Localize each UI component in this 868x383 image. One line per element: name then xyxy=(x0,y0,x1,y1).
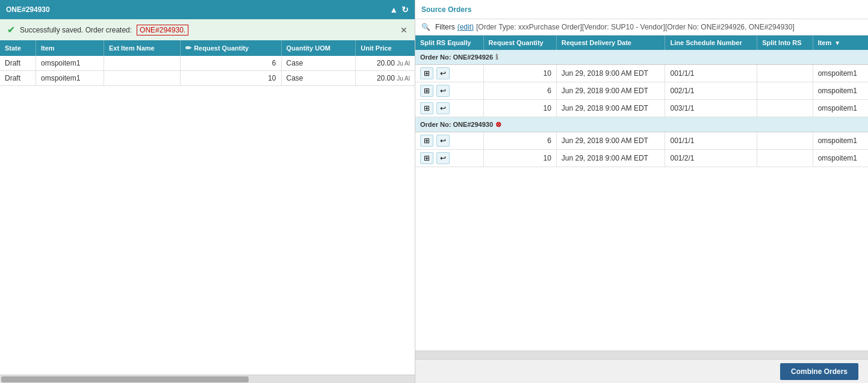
col-split-rs-equally: Split RS Equally xyxy=(415,35,483,50)
cell-split-into-rs xyxy=(757,150,813,167)
order-group-header-row: Order No: ONE#294930⊗ xyxy=(415,117,868,132)
col-unit-price: Unit Price xyxy=(356,40,415,56)
cell-ext-item-name xyxy=(104,71,180,86)
col-request-quantity: ✏Request Quantity xyxy=(181,40,281,56)
left-table-wrapper: State Item Ext Item Name ✏Request Quanti… xyxy=(0,40,415,375)
right-panel-title: Source Orders xyxy=(421,5,471,14)
success-banner: ✔ Successfully saved. Order created: ONE… xyxy=(0,19,415,40)
col-state: State xyxy=(0,40,36,56)
left-scrollbar-thumb[interactable] xyxy=(1,376,249,382)
filters-text: [Order Type: xxxPurchase Order][Vendor: … xyxy=(476,23,795,31)
col-ext-item-name: Ext Item Name xyxy=(104,40,180,56)
cell-line-schedule: 003/1/1 xyxy=(665,100,757,117)
right-panel-header: Source Orders xyxy=(415,0,868,19)
undo-btn[interactable]: ↩ xyxy=(436,152,450,164)
left-scrollbar[interactable] xyxy=(0,375,415,383)
right-table-row: ⊞ ↩ 6 Jun 29, 2018 9:00 AM EDT 002/1/1 o… xyxy=(415,82,868,100)
cell-split-rs: ⊞ ↩ xyxy=(415,82,483,100)
cell-split-into-rs xyxy=(757,82,813,100)
split-rs-icon-btn[interactable]: ⊞ xyxy=(420,135,433,147)
right-panel: Source Orders 🔍 Filters (edit) [Order Ty… xyxy=(415,0,868,383)
cell-request-qty: 10 xyxy=(483,100,556,117)
cell-line-schedule: 002/1/1 xyxy=(665,82,757,100)
left-table-row: Draft omspoitem1 6 Case 20.00 Ju Al xyxy=(0,56,415,71)
right-scrollbar[interactable] xyxy=(415,351,868,359)
bottom-bar: Combine Orders xyxy=(415,359,868,383)
cell-split-rs: ⊞ ↩ xyxy=(415,132,483,150)
split-rs-icon-btn[interactable]: ⊞ xyxy=(420,85,433,97)
cell-line-schedule: 001/1/1 xyxy=(665,65,757,82)
cell-split-rs: ⊞ ↩ xyxy=(415,65,483,82)
undo-btn[interactable]: ↩ xyxy=(436,67,450,79)
cell-request-qty: 6 xyxy=(181,56,281,71)
left-table-header-row: State Item Ext Item Name ✏Request Quanti… xyxy=(0,40,415,56)
cell-item: omspoitem1 xyxy=(813,150,868,167)
cell-item: omspoitem1 xyxy=(813,100,868,117)
cell-delivery-date: Jun 29, 2018 9:00 AM EDT xyxy=(556,132,665,150)
right-table: Split RS Equally Request Quantity Reques… xyxy=(415,35,868,167)
undo-btn[interactable]: ↩ xyxy=(436,102,450,114)
left-header-icons: ▲ ↻ xyxy=(389,5,409,14)
cell-state: Draft xyxy=(0,56,36,71)
col-split-into-rs: Split Into RS xyxy=(757,35,813,50)
cell-request-qty: 10 xyxy=(483,150,556,167)
cell-ext-item-name xyxy=(104,56,180,71)
sort-icon[interactable]: ▼ xyxy=(834,40,840,46)
cell-request-qty: 10 xyxy=(181,71,281,86)
cell-item: omspoitem1 xyxy=(36,56,104,71)
search-icon: 🔍 xyxy=(421,23,430,31)
cell-item: omspoitem1 xyxy=(813,82,868,100)
cell-unit-price: 20.00 Ju Al xyxy=(356,56,415,71)
col-item: Item ▼ xyxy=(813,35,868,50)
split-rs-icon-btn[interactable]: ⊞ xyxy=(420,102,433,114)
right-table-header-row: Split RS Equally Request Quantity Reques… xyxy=(415,35,868,50)
right-table-row: ⊞ ↩ 10 Jun 29, 2018 9:00 AM EDT 003/1/1 … xyxy=(415,100,868,117)
cell-item: omspoitem1 xyxy=(36,71,104,86)
cell-delivery-date: Jun 29, 2018 9:00 AM EDT xyxy=(556,65,665,82)
undo-btn[interactable]: ↩ xyxy=(436,85,450,97)
filters-bar: 🔍 Filters (edit) [Order Type: xxxPurchas… xyxy=(415,19,868,35)
col-request-delivery-date: Request Delivery Date xyxy=(556,35,665,50)
split-rs-icon-btn[interactable]: ⊞ xyxy=(420,152,433,164)
right-table-row: ⊞ ↩ 10 Jun 29, 2018 9:00 AM EDT 001/1/1 … xyxy=(415,65,868,82)
cell-delivery-date: Jun 29, 2018 9:00 AM EDT xyxy=(556,100,665,117)
up-arrow-icon[interactable]: ▲ xyxy=(389,5,398,14)
col-line-schedule-number: Line Schedule Number xyxy=(665,35,757,50)
split-rs-icon-btn[interactable]: ⊞ xyxy=(420,67,433,79)
left-table: State Item Ext Item Name ✏Request Quanti… xyxy=(0,40,415,86)
right-table-row: ⊞ ↩ 10 Jun 29, 2018 9:00 AM EDT 001/2/1 … xyxy=(415,150,868,167)
col-item: Item xyxy=(36,40,104,56)
cell-delivery-date: Jun 29, 2018 9:00 AM EDT xyxy=(556,150,665,167)
success-check-icon: ✔ xyxy=(7,24,15,35)
cell-item: omspoitem1 xyxy=(813,65,868,82)
edit-icon[interactable]: ✏ xyxy=(185,44,191,52)
right-table-row: ⊞ ↩ 6 Jun 29, 2018 9:00 AM EDT 001/1/1 o… xyxy=(415,132,868,150)
refresh-icon[interactable]: ↻ xyxy=(401,5,409,14)
cell-state: Draft xyxy=(0,71,36,86)
undo-btn[interactable]: ↩ xyxy=(436,135,450,147)
cell-split-rs: ⊞ ↩ xyxy=(415,100,483,117)
left-panel-title: ONE#294930 xyxy=(6,5,50,14)
filters-label: Filters xyxy=(435,23,455,31)
cell-request-qty: 10 xyxy=(483,65,556,82)
error-icon: ⊗ xyxy=(495,120,501,129)
cell-qty-uom: Case xyxy=(281,71,356,86)
order-link[interactable]: ONE#294930. xyxy=(137,25,188,35)
cell-line-schedule: 001/2/1 xyxy=(665,150,757,167)
close-banner-button[interactable]: ✕ xyxy=(400,25,408,35)
cell-line-schedule: 001/1/1 xyxy=(665,132,757,150)
success-message: Successfully saved. Order created: xyxy=(20,26,132,34)
info-icon: ℹ xyxy=(495,53,498,61)
cell-split-rs: ⊞ ↩ xyxy=(415,150,483,167)
order-group-header-row: Order No: ONE#294926ℹ xyxy=(415,50,868,65)
filters-edit-link[interactable]: (edit) xyxy=(457,23,474,31)
cell-request-qty: 6 xyxy=(483,132,556,150)
left-panel-header: ONE#294930 ▲ ↻ xyxy=(0,0,415,19)
combine-orders-button[interactable]: Combine Orders xyxy=(780,363,858,380)
cell-unit-price: 20.00 Ju Al xyxy=(356,71,415,86)
cell-split-into-rs xyxy=(757,100,813,117)
cell-qty-uom: Case xyxy=(281,56,356,71)
cell-request-qty: 6 xyxy=(483,82,556,100)
col-quantity-uom: Quantity UOM xyxy=(281,40,356,56)
cell-delivery-date: Jun 29, 2018 9:00 AM EDT xyxy=(556,82,665,100)
